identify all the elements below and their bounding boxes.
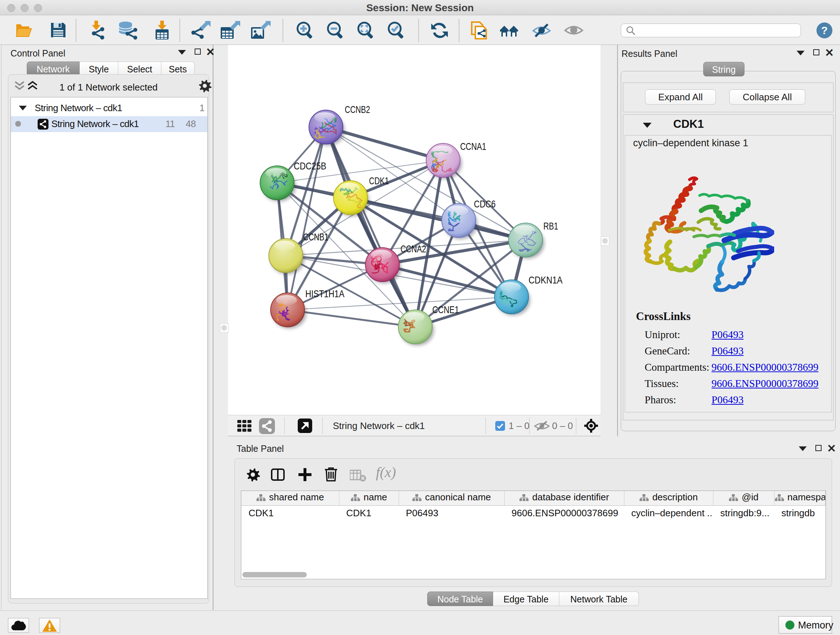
svg-text:CCNA2: CCNA2	[401, 243, 426, 255]
svg-text:CCNB2: CCNB2	[345, 104, 370, 115]
svg-text:CDKN1A: CDKN1A	[529, 274, 562, 286]
svg-text:HIST1H1A: HIST1H1A	[305, 288, 344, 299]
svg-text:CDC6: CDC6	[474, 198, 496, 210]
svg-text:RB1: RB1	[543, 220, 558, 232]
svg-text:CDK1: CDK1	[369, 175, 389, 187]
svg-text:CCNA1: CCNA1	[460, 141, 486, 152]
svg-text:?: ?	[821, 24, 828, 36]
svg-text:CDC25B: CDC25B	[294, 160, 326, 172]
svg-text:CCNE1: CCNE1	[432, 304, 459, 315]
svg-text:CCNB1: CCNB1	[303, 231, 328, 242]
